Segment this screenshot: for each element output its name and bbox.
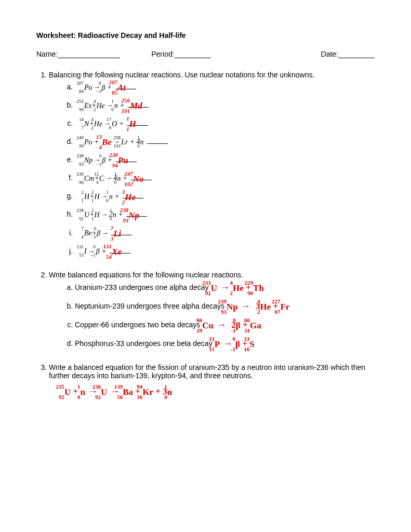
question-2: Write balanced equations for the followi…	[49, 271, 375, 350]
equation-text: 23893Np→0−1β + 23894Pu	[84, 156, 148, 164]
q2-item-text: Phosphorus-33 undergoes one beta decay	[75, 339, 213, 348]
date-field: Date:	[321, 50, 375, 58]
period-blank[interactable]	[175, 50, 211, 58]
q1-item: 23892U+21H→210n + 23893Np	[75, 210, 375, 221]
handwritten-answer: 73Li	[113, 228, 121, 239]
question-1: Balancing the following nuclear reaction…	[49, 71, 375, 257]
q1-item: 74Be+0−1β→73Li	[75, 228, 375, 239]
name-label: Name:	[36, 50, 58, 58]
handwritten-answer: 256101Md	[130, 100, 142, 111]
handwritten-answer: 6629Cu→ 20-1β + 6631Ga	[202, 320, 261, 331]
handwritten-answer: 23993Np→ 342He + 22787Fr	[227, 301, 289, 312]
question-list: Balancing the following nuclear reaction…	[36, 71, 375, 397]
question-3: Write a balanced equation for the fissio…	[49, 363, 375, 397]
q2-item-text: Copper-66 undergoes two beta decays	[75, 321, 200, 329]
period-label: Period:	[151, 50, 174, 58]
equation-text: 13153I→0−1β + 13154Xe	[84, 247, 141, 255]
worksheet-title: Worksheet: Radioactive Decay and Half-li…	[36, 31, 375, 39]
header-row: Name: Period: Date:	[36, 50, 375, 58]
equation-text: 25399Es+42He→10n + 256101Md	[84, 101, 162, 109]
equation-text: 21H+21H→10n + 32He	[84, 192, 155, 200]
q1-sublist: 20784Po→0−1β + 20785At25399Es+42He→10n +…	[49, 82, 375, 257]
equation-text: 23892U+21H→210n + 23893Np	[84, 210, 159, 218]
q2-item: Uranium-233 undergoes one alpha decay233…	[75, 282, 375, 294]
period-field: Period:	[151, 50, 210, 58]
equation-text: 147N+42He→178O + 11H	[84, 119, 156, 127]
handwritten-answer: 23893Np	[128, 210, 139, 221]
q1-item: 147N+42He→178O + 11H	[75, 118, 375, 129]
q1-item: 21H+21H→10n + 32He	[75, 192, 375, 203]
q1-prompt: Balancing the following nuclear reaction…	[49, 71, 314, 79]
equation-text: 20784Po→0−1β + 20785At	[84, 83, 145, 91]
handwritten-answer: 3315P→0-1β + 3316S	[215, 338, 255, 350]
q2-prompt: Write balanced equations for the followi…	[49, 271, 243, 279]
handwritten-answer: 20785At	[117, 82, 126, 93]
date-label: Date:	[321, 50, 338, 58]
q3-answer: 23592U + 10n→23692U→13956Ba + 9436Kr + 3…	[49, 386, 375, 397]
handwritten-answer: 32He	[125, 192, 136, 203]
q1-item: 23996Cm+126C→410n + 247102No	[75, 173, 375, 184]
date-blank[interactable]	[338, 50, 375, 58]
q1-item: 25399Es+42He→10n + 256101Md	[75, 100, 375, 111]
q2-sublist: Uranium-233 undergoes one alpha decay233…	[49, 282, 375, 350]
q1-item: 13153I→0−1β + 13154Xe	[75, 246, 375, 257]
q1-item: 20784Po→0−1β + 20785At	[75, 82, 375, 93]
handwritten-answer: 247102No	[133, 173, 144, 184]
q1-item: 23893Np→0−1β + 23894Pu	[75, 155, 375, 166]
name-blank[interactable]	[58, 50, 120, 58]
q3-prompt: Write a balanced equation for the fissio…	[49, 363, 365, 380]
equation-text: 74Be+0−1β→73Li	[84, 229, 141, 237]
handwritten-answer: 134Be	[102, 137, 112, 148]
handwritten-answer: 11H	[129, 118, 136, 129]
handwritten-answer: 13154Xe	[112, 246, 122, 257]
q2-item: Neptunium-239 undergoes three alpha deca…	[75, 301, 375, 312]
handwritten-answer: 23392U→42He + 22990Th	[211, 282, 264, 294]
q2-item: Phosphorus-33 undergoes one beta decay33…	[75, 338, 375, 350]
q1-item: 24999Po + 134Be→258103Lr + 410n	[75, 137, 375, 148]
equation-text: 23996Cm+126C→410n + 247102No	[84, 174, 163, 182]
q2-item-text: Neptunium-239 undergoes three alpha deca…	[75, 302, 224, 310]
q2-item: Copper-66 undergoes two beta decays6629C…	[75, 320, 375, 331]
handwritten-answer: 23894Pu	[118, 155, 128, 166]
name-field: Name:	[36, 50, 120, 58]
q2-item-text: Uranium-233 undergoes one alpha decay	[75, 283, 209, 291]
equation-text: 24999Po + 134Be→258103Lr + 410n	[84, 138, 168, 145]
